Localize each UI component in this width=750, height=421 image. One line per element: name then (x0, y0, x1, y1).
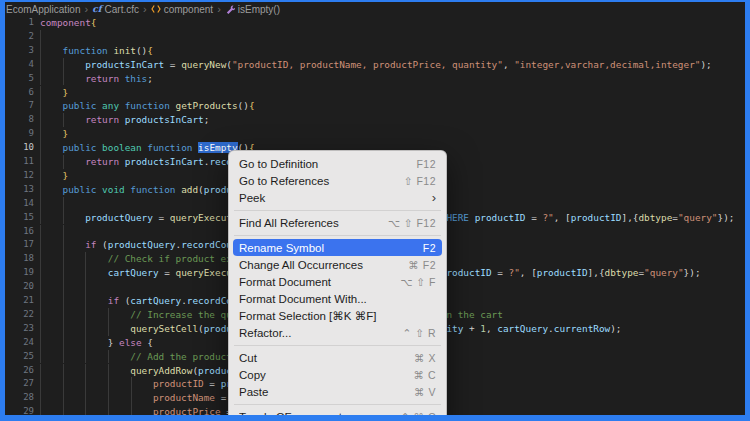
menu-item-label: Peek (239, 192, 432, 204)
menu-item-rename-symbol[interactable]: Rename SymbolF2 (233, 239, 442, 256)
line-number[interactable]: 8 (5, 113, 34, 127)
line-number[interactable]: 1 (5, 16, 34, 30)
code-token: productID (441, 267, 492, 278)
code-line[interactable]: 8 return productsInCart; (5, 113, 745, 127)
code-line[interactable]: 2 (5, 30, 745, 44)
menu-item-find-all-references[interactable]: Find All References⌥ ⇧ F12 (233, 214, 442, 231)
line-number[interactable]: 5 (5, 72, 34, 86)
menu-item-format-document[interactable]: Format Document⌥ ⇧ F (233, 273, 442, 290)
code-token (40, 128, 63, 139)
line-number[interactable]: 17 (5, 238, 34, 252)
line-number[interactable]: 20 (5, 280, 34, 294)
code-token: getProducts (176, 100, 238, 111)
menu-item-go-to-definition[interactable]: Go to DefinitionF12 (233, 155, 442, 172)
code-token: = (492, 267, 509, 278)
menu-item-format-selection-k-f-[interactable]: Format Selection [⌘K ⌘F] (233, 307, 442, 324)
line-number[interactable]: 10 (5, 141, 34, 155)
menu-item-go-to-references[interactable]: Go to References⇧ F12 (233, 172, 442, 189)
menu-item-peek[interactable]: Peek› (233, 189, 442, 206)
line-number[interactable]: 23 (5, 322, 34, 336)
code-token: cartQuery (497, 323, 548, 334)
editor-window: EcomApplication›cfCart.cfc›component›isE… (5, 2, 745, 415)
code-token: ( (119, 295, 130, 306)
code-token: return (85, 156, 119, 167)
line-number[interactable]: 7 (5, 99, 34, 113)
code-token: ; (147, 73, 153, 84)
line-number[interactable]: 27 (5, 377, 34, 391)
menu-item-shortcut: F2 (423, 242, 436, 254)
code-line[interactable]: 6 } (5, 86, 745, 100)
menu-item-label: Paste (239, 386, 414, 398)
code-token: ?" (509, 267, 520, 278)
code-text: } (40, 127, 68, 141)
line-number[interactable]: 6 (5, 86, 34, 100)
code-text: public any function getProducts(){ (40, 99, 255, 113)
code-token: , (554, 212, 565, 223)
line-number[interactable]: 15 (5, 211, 34, 225)
code-token: productPrice (153, 406, 221, 415)
code-token: currentRow (554, 323, 610, 334)
line-number[interactable]: 29 (5, 405, 34, 415)
code-token: = (159, 267, 176, 278)
menu-item-format-document-with-[interactable]: Format Document With... (233, 290, 442, 307)
line-number[interactable]: 22 (5, 308, 34, 322)
code-token: = (525, 212, 542, 223)
menu-item-label: Rename Symbol (239, 242, 423, 254)
code-token: ?" (542, 212, 553, 223)
line-number[interactable]: 24 (5, 336, 34, 350)
menu-item-paste[interactable]: Paste⌘ V (233, 383, 442, 400)
code-line[interactable]: 4 productsInCart = queryNew("productID, … (5, 58, 745, 72)
code-token: = (204, 378, 221, 389)
code-line[interactable]: 1component{ (5, 16, 745, 30)
code-token: productsInCart (125, 156, 204, 167)
line-number[interactable]: 18 (5, 252, 34, 266)
code-token: productsInCart (85, 59, 164, 70)
line-number[interactable]: 26 (5, 364, 34, 378)
indent-guide (63, 197, 64, 211)
indent-guide (40, 225, 41, 239)
code-token (40, 392, 153, 403)
code-line[interactable]: 5 return this; (5, 72, 745, 86)
line-number[interactable]: 4 (5, 58, 34, 72)
code-token: , (486, 323, 497, 334)
line-number[interactable]: 14 (5, 197, 34, 211)
menu-item-toggle-cf-comment[interactable]: Toggle CF comment⌃ ⌘ C (233, 408, 442, 415)
menu-separator (234, 404, 441, 405)
line-number[interactable]: 2 (5, 30, 34, 44)
line-number[interactable]: 3 (5, 44, 34, 58)
code-token (40, 142, 63, 153)
menu-item-refactor-[interactable]: Refactor...⌃ ⇧ R (233, 324, 442, 341)
code-token: querySetCell (130, 323, 198, 334)
screenshot-frame: { "colors": { "frame_border": "#2d7df0",… (0, 0, 750, 421)
code-token (40, 73, 85, 84)
menu-item-label: Toggle CF comment (239, 411, 401, 416)
line-number[interactable]: 13 (5, 183, 34, 197)
menu-item-shortcut: ⌘ X (414, 352, 436, 364)
line-number[interactable]: 16 (5, 225, 34, 239)
code-line[interactable]: 7 public any function getProducts(){ (5, 99, 745, 113)
line-number[interactable]: 28 (5, 391, 34, 405)
code-line[interactable]: 3 function init(){ (5, 44, 745, 58)
code-token: } (63, 170, 69, 181)
code-token: }); (717, 212, 734, 223)
code-token: dbtype (605, 267, 639, 278)
code-token: ); (700, 59, 711, 70)
line-number[interactable]: 12 (5, 169, 34, 183)
menu-item-change-all-occurrences[interactable]: Change All Occurrences⌘ F2 (233, 256, 442, 273)
menu-item-cut[interactable]: Cut⌘ X (233, 349, 442, 366)
code-token (40, 337, 108, 348)
code-token: public (63, 142, 97, 153)
line-number[interactable]: 19 (5, 266, 34, 280)
code-line[interactable]: 9 } (5, 127, 745, 141)
code-token: () (136, 45, 147, 56)
line-number[interactable]: 25 (5, 350, 34, 364)
menu-item-copy[interactable]: Copy⌘ C (233, 366, 442, 383)
menu-item-label: Change All Occurrences (239, 259, 408, 271)
code-token (40, 45, 63, 56)
line-number[interactable]: 9 (5, 127, 34, 141)
line-number[interactable]: 11 (5, 155, 34, 169)
code-token: productName (153, 392, 215, 403)
code-token: { (142, 337, 153, 348)
code-token (40, 406, 153, 415)
line-number[interactable]: 21 (5, 294, 34, 308)
